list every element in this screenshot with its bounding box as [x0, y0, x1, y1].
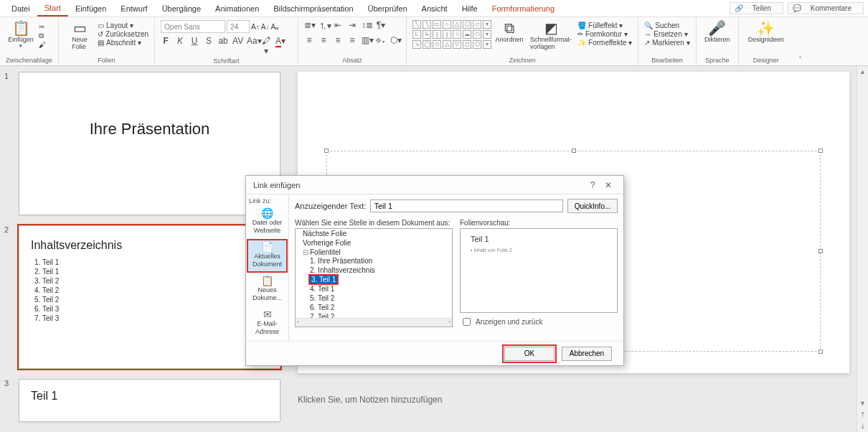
italic-button[interactable]: K: [175, 36, 185, 56]
display-text-input[interactable]: [370, 199, 563, 212]
notes-placeholder[interactable]: Klicken Sie, um Notizen hinzuzufügen: [298, 395, 849, 405]
numbering-button[interactable]: ⒈▾: [319, 20, 329, 32]
tab-file[interactable]: Datei: [4, 1, 37, 16]
clear-format-button[interactable]: Aᵩ: [270, 23, 278, 31]
thumb-slide-1[interactable]: Ihre Präsentation: [19, 72, 280, 215]
bullets-button[interactable]: ≣▾: [304, 20, 314, 32]
shapes-gallery[interactable]: ╲╲▭○△⬡▱▾ L↳{}☆☁⬭▾ ↘◯◇△▽◻⬠▾: [412, 20, 491, 49]
vertical-scrollbar[interactable]: ▲ ▼ ⤒ ⤓: [857, 66, 868, 432]
indent-inc-button[interactable]: ⇥: [347, 20, 357, 32]
spacing-button[interactable]: AV: [232, 36, 242, 56]
thumb-slide-2[interactable]: Inhaltsverzeichnis Teil 1 Teil 1 Teil 2 …: [19, 225, 280, 369]
thumb-slide-3[interactable]: Teil 1: [19, 379, 280, 422]
quickstyles-button[interactable]: ◩ Schnellformat- vorlagen: [527, 20, 575, 50]
tab-review[interactable]: Überprüfen: [361, 1, 415, 16]
tree-item[interactable]: 4. Teil 1: [308, 284, 452, 294]
thumbnail-pane[interactable]: 1 Ihre Präsentation 2 Inhaltsverzeichnis…: [0, 66, 283, 432]
tree-slide-titles[interactable]: ⊟Folientitel 1. Ihre Präsentation 2. Inh…: [301, 248, 452, 322]
tree-next-slide[interactable]: Nächste Folie: [301, 229, 452, 238]
reset-button[interactable]: ↺ Zurücksetzen: [98, 30, 148, 38]
section-button[interactable]: ▤ Abschnitt ▾: [98, 39, 148, 47]
tab-slideshow[interactable]: Bildschirmpräsentation: [266, 1, 360, 16]
format-painter-button[interactable]: 🖌: [39, 41, 46, 49]
prev-slide-icon[interactable]: ⤒: [857, 409, 868, 421]
increase-font-button[interactable]: A↑: [251, 23, 260, 31]
tab-start[interactable]: Start: [37, 1, 68, 17]
shadow-button[interactable]: ab: [218, 36, 228, 56]
align-center-button[interactable]: ≡: [319, 35, 329, 45]
tab-transitions[interactable]: Übergänge: [155, 1, 208, 16]
shape-effects-button[interactable]: ✨ Formeffekte ▾: [577, 39, 632, 47]
align-left-button[interactable]: ≡: [304, 35, 314, 45]
quickinfo-button[interactable]: QuickInfo...: [567, 199, 618, 213]
tab-animations[interactable]: Animationen: [208, 1, 266, 16]
paste-button[interactable]: 📋 Einfügen▾: [6, 20, 36, 49]
ribbon-collapse-button[interactable]: ˄: [793, 17, 808, 65]
font-name-input[interactable]: [161, 20, 225, 33]
tree-label: Wählen Sie eine Stelle in diesem Dokumen…: [295, 219, 453, 227]
highlight-button[interactable]: 🖍▾: [261, 36, 271, 56]
cancel-button[interactable]: Abbrechen: [562, 347, 612, 361]
case-button[interactable]: Aa▾: [247, 36, 257, 56]
tree-item[interactable]: 1. Ihre Präsentation: [308, 256, 452, 266]
tab-design[interactable]: Entwurf: [113, 1, 154, 16]
bold-button[interactable]: F: [161, 36, 171, 56]
font-size-input[interactable]: [227, 20, 250, 33]
share-button[interactable]: 🔗 Teilen: [730, 2, 783, 14]
layout-button[interactable]: ▭ Layout ▾: [98, 22, 148, 29]
find-button[interactable]: 🔍 Suchen: [644, 22, 689, 29]
dialog-titlebar[interactable]: Link einfügen ? ✕: [246, 176, 623, 194]
tab-help[interactable]: Hilfe: [455, 1, 485, 16]
new-slide-button[interactable]: ▭ Neue Folie: [65, 20, 95, 50]
fontcolor-button[interactable]: A▾: [275, 36, 286, 56]
arrange-button[interactable]: ⧉ Anordnen: [494, 20, 524, 43]
tab-view[interactable]: Ansicht: [415, 1, 455, 16]
comments-button[interactable]: 💬 Kommentare: [788, 2, 864, 14]
decrease-font-button[interactable]: A↓: [261, 23, 270, 31]
shape-fill-button[interactable]: 🪣 Fülleffekt ▾: [577, 22, 632, 29]
slides-label: Folien: [65, 55, 148, 65]
scroll-up-icon[interactable]: ▲: [857, 66, 868, 78]
show-return-checkbox[interactable]: Anzeigen und zurück: [460, 316, 618, 328]
thumb3-title: Teil 1: [31, 390, 270, 403]
scroll-down-icon[interactable]: ▼: [857, 398, 868, 409]
tab-insert[interactable]: Einfügen: [68, 1, 113, 16]
replace-button[interactable]: ↔ Ersetzen ▾: [644, 30, 689, 38]
tree-item-selected[interactable]: 3. Teil 1: [308, 275, 452, 284]
tree-item[interactable]: 2. Inhaltsverzeichnis: [308, 266, 452, 275]
designideas-button[interactable]: ✨ Designideen: [745, 20, 788, 43]
cut-button[interactable]: ✂: [39, 23, 46, 31]
select-button[interactable]: ↗ Markieren ▾: [644, 39, 689, 47]
underline-button[interactable]: U: [189, 36, 199, 56]
tab-shapeformat[interactable]: Formformatierung: [485, 1, 562, 16]
shape-outline-button[interactable]: ✏ Formkontur ▾: [577, 30, 632, 38]
dictate-button[interactable]: 🎤 Diktieren: [702, 20, 732, 43]
linkto-new-doc[interactable]: 📋Neues Dokume...: [247, 273, 287, 306]
next-slide-icon[interactable]: ⤓: [857, 421, 868, 432]
tree-item[interactable]: 5. Teil 2: [308, 294, 452, 303]
show-return-label: Anzeigen und zurück: [476, 318, 542, 326]
linkto-this-doc[interactable]: 📄Aktuelles Dokument: [247, 240, 287, 272]
slide-tree[interactable]: Nächste Folie Vorherige Folie ⊟Folientit…: [295, 228, 453, 327]
insert-link-dialog: Link einfügen ? ✕ Link zu: 🌐Datei oder W…: [245, 175, 624, 366]
linkto-email[interactable]: ✉E-Mail-Adresse: [247, 307, 287, 339]
align-right-button[interactable]: ≡: [333, 35, 343, 45]
textdir-button[interactable]: ¶▾: [376, 20, 386, 32]
indent-dec-button[interactable]: ⇤: [333, 20, 343, 32]
smartart-button[interactable]: ⬡▾: [390, 35, 400, 45]
linkto-file-web[interactable]: 🌐Datei oder Webseite: [247, 206, 287, 238]
mic-icon: 🎤: [708, 20, 726, 36]
tree-item[interactable]: 6. Teil 2: [308, 303, 452, 312]
copy-button[interactable]: ⧉: [39, 32, 46, 40]
columns-button[interactable]: ▥▾: [362, 35, 372, 45]
tree-hscroll[interactable]: ‹›: [296, 318, 452, 327]
tree-prev-slide[interactable]: Vorherige Folie: [301, 238, 452, 248]
align-justify-button[interactable]: ≡: [347, 35, 357, 45]
strike-button[interactable]: S: [204, 36, 214, 56]
show-return-input[interactable]: [463, 318, 471, 326]
dialog-close-button[interactable]: ✕: [600, 180, 616, 190]
ok-button[interactable]: OK: [504, 347, 555, 361]
linespacing-button[interactable]: ↕≣: [362, 20, 372, 32]
align-v-button[interactable]: ⎆▾: [376, 35, 386, 45]
dialog-help-button[interactable]: ?: [585, 180, 600, 190]
